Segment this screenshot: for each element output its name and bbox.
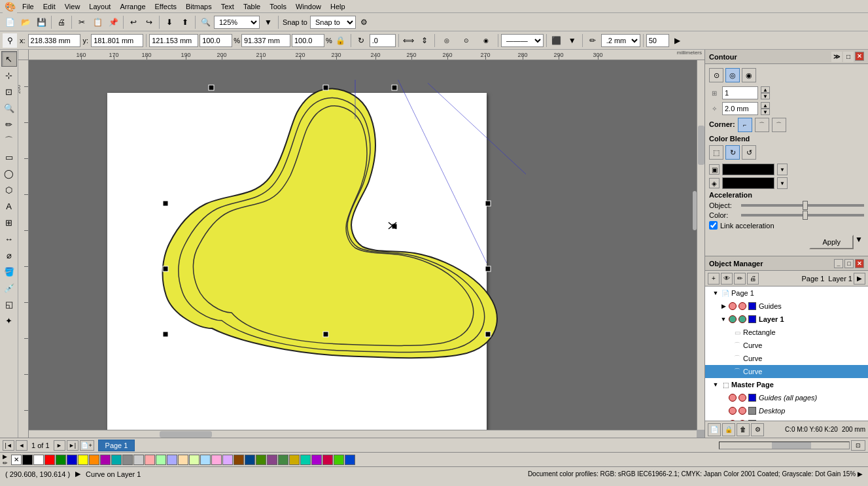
swatch-12[interactable] — [156, 455, 166, 465]
shoe-object[interactable] — [160, 80, 526, 361]
polygon-tool[interactable]: ⬡ — [1, 182, 17, 198]
stroke-color-btn[interactable]: ⬛ — [549, 33, 564, 48]
swatch-24[interactable] — [289, 455, 300, 465]
obj-tree[interactable]: ▼ 📄 Page 1 ▶ Guides ▼ — [705, 286, 868, 421]
desktop-lock-btn[interactable] — [738, 407, 746, 415]
vscroll-thumb[interactable] — [698, 126, 704, 165]
stroke-dropdown-btn[interactable]: ▼ — [565, 33, 580, 48]
swatch-21[interactable] — [256, 455, 266, 465]
contour-outside-btn[interactable]: ◉ — [742, 68, 756, 82]
menu-arrange[interactable]: Arrange — [116, 1, 149, 12]
object-accel-slider[interactable] — [741, 204, 864, 207]
swatch-18[interactable] — [222, 455, 233, 465]
swatch-28[interactable] — [334, 455, 344, 465]
menu-effects[interactable]: Effects — [151, 1, 181, 12]
x-field[interactable] — [28, 34, 80, 47]
contour-panel-expand-btn[interactable]: ≫ — [831, 52, 842, 62]
menu-help[interactable]: Help — [326, 1, 349, 12]
export-btn[interactable]: ⬆ — [178, 15, 192, 29]
color1-dropdown-btn[interactable]: ▼ — [777, 164, 788, 175]
height-pct-field[interactable] — [292, 34, 324, 47]
nav-add-btn[interactable]: 📄+ — [80, 440, 94, 451]
cut-btn[interactable]: ✂ — [75, 15, 89, 29]
swatch-5[interactable] — [78, 455, 88, 465]
color2-swatch[interactable] — [722, 177, 774, 189]
copy-btn[interactable]: 📋 — [90, 15, 105, 29]
width-field[interactable] — [149, 34, 198, 47]
guides-vis-btn[interactable] — [729, 302, 737, 310]
width-pct-field[interactable] — [200, 34, 232, 47]
corner-miter-btn[interactable]: ⌐ — [738, 118, 752, 132]
offset-up-btn[interactable]: ▲ — [761, 102, 770, 109]
nav-prev-btn[interactable]: ◄ — [16, 440, 27, 451]
menu-tools[interactable]: Tools — [266, 1, 290, 12]
page1-tab[interactable]: Page 1 — [98, 440, 135, 451]
rect-tool[interactable]: ▭ — [1, 149, 17, 165]
steps-spinner[interactable]: ▲ ▼ — [761, 86, 770, 99]
obj-edit-btn[interactable]: ✏ — [734, 273, 746, 285]
vertical-scrollbar[interactable] — [697, 60, 704, 430]
nav-last-btn[interactable]: ►| — [67, 440, 78, 451]
y-field[interactable] — [91, 34, 143, 47]
color1-swatch[interactable] — [722, 164, 774, 175]
menu-table[interactable]: Table — [239, 1, 264, 12]
apply-button[interactable]: Apply — [809, 235, 854, 249]
obj-footer-settings-btn[interactable]: ⚙ — [751, 423, 764, 436]
text-tool[interactable]: A — [1, 198, 17, 214]
zoom-in-btn[interactable]: 🔍 — [198, 15, 213, 29]
obj-manager-close-btn[interactable]: ✕ — [855, 259, 864, 268]
menu-bitmaps[interactable]: Bitmaps — [182, 1, 216, 12]
rotation-field[interactable] — [370, 34, 396, 47]
masterpage-toggle[interactable]: ▼ — [712, 381, 720, 389]
blend-tool[interactable]: ✦ — [1, 313, 17, 328]
swatch-9[interactable] — [122, 455, 133, 465]
stroke-edit-btn[interactable]: ✏ — [585, 33, 600, 48]
rotate-btn[interactable]: ↻ — [354, 33, 368, 48]
obj-flyout-btn[interactable]: ▶ — [854, 273, 865, 285]
tree-page1[interactable]: ▼ 📄 Page 1 — [705, 286, 868, 300]
opacity-field[interactable] — [646, 34, 669, 47]
tree-desktop[interactable]: Desktop — [705, 404, 868, 417]
link-accel-checkbox[interactable] — [709, 221, 718, 230]
contour-to-center[interactable]: ◎ — [438, 33, 456, 48]
swatch-14[interactable] — [178, 455, 188, 465]
swatch-29[interactable] — [345, 455, 355, 465]
color-accel-slider[interactable] — [741, 214, 864, 217]
contour-panel-close-btn[interactable]: ✕ — [855, 52, 864, 61]
print-btn[interactable]: 🖨 — [54, 15, 69, 29]
tree-masterpage[interactable]: ▼ ⬚ Master Page — [705, 378, 868, 391]
swatch-27[interactable] — [322, 455, 333, 465]
swatch-2[interactable] — [44, 455, 55, 465]
nav-next-btn[interactable]: ► — [54, 440, 65, 451]
new-btn[interactable]: 📄 — [3, 15, 17, 29]
obj-show-all-btn[interactable]: 👁 — [721, 273, 733, 285]
menu-window[interactable]: Window — [292, 1, 325, 12]
swatch-7[interactable] — [100, 455, 111, 465]
snap-select[interactable]: Snap to — [310, 16, 356, 29]
smart-draw-tool[interactable]: ⌒ — [1, 133, 17, 148]
swatch-15[interactable] — [189, 455, 200, 465]
hscroll-thumb[interactable] — [160, 431, 212, 438]
flip-h-btn[interactable]: ⟺ — [402, 33, 416, 48]
zoom-dropdown-btn[interactable]: ▼ — [261, 15, 275, 29]
import-btn[interactable]: ⬇ — [162, 15, 177, 29]
tree-layer1[interactable]: ▼ Layer 1 — [705, 313, 868, 326]
stroke-size-select[interactable]: .2 mm — [601, 34, 640, 47]
obj-footer-del-btn[interactable]: 🗑 — [737, 423, 750, 436]
crop-tool[interactable]: ⊡ — [1, 84, 17, 99]
horizontal-scrollbar[interactable] — [29, 430, 697, 438]
node-tool[interactable]: ⊹ — [1, 67, 17, 83]
ellipse-tool[interactable]: ◯ — [1, 165, 17, 181]
obj-footer-up-btn[interactable]: 🔒 — [722, 423, 735, 436]
contour-line-style[interactable]: ——— — [501, 34, 544, 47]
menu-view[interactable]: View — [61, 1, 84, 12]
undo-btn[interactable]: ↩ — [126, 15, 141, 29]
tree-guides[interactable]: ▶ Guides — [705, 300, 868, 313]
hscroll-bar-thumb[interactable] — [772, 442, 811, 449]
corner-bevel-btn[interactable]: ⌒ — [772, 118, 786, 132]
swatch-3[interactable] — [56, 455, 66, 465]
height-field[interactable] — [241, 34, 290, 47]
guides-lock-btn[interactable] — [738, 302, 746, 310]
opacity-more-btn[interactable]: ▶ — [670, 33, 685, 48]
zoom-select[interactable]: 125% 100% 75% 50% — [214, 16, 260, 29]
